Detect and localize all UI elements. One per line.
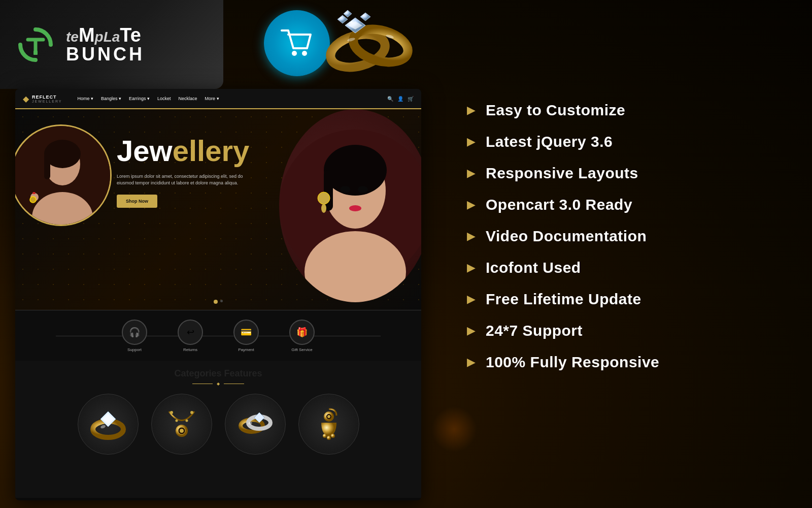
service-support-label: Support <box>127 347 142 352</box>
nav-items: Home ▾ Bangles ▾ Earrings ▾ Locket Neckl… <box>78 96 378 101</box>
service-support-circle: 🎧 <box>122 320 147 345</box>
arrow-icon: ▶ <box>467 135 476 148</box>
svg-point-38 <box>170 411 173 414</box>
arrow-icon: ▶ <box>467 167 476 180</box>
service-returns: ↩ Returns <box>178 320 203 352</box>
necklace-category-icon <box>159 401 205 447</box>
categories-grid <box>23 394 414 455</box>
category-earrings[interactable] <box>298 394 359 455</box>
category-necklace[interactable] <box>151 394 212 455</box>
store-logo-icon: ◆ <box>23 94 29 104</box>
cart-nav-icon[interactable]: 🛒 <box>408 96 414 102</box>
arrow-icon: ▶ <box>467 293 476 306</box>
feature-jquery: ▶ Latest jQuery 3.6 <box>467 133 782 150</box>
services-line <box>56 336 381 336</box>
ring-category-icon <box>85 401 131 447</box>
shopping-cart-icon <box>279 25 315 61</box>
preview-navbar: ◆ REFLECT JEWELLERY Home ▾ Bangles ▾ Ear… <box>15 89 421 109</box>
search-icon[interactable]: 🔍 <box>387 96 393 102</box>
header-bar: teMpLaTe BUNCH <box>0 0 223 89</box>
svg-point-41 <box>190 411 193 414</box>
svg-rect-16 <box>44 154 50 179</box>
nav-necklace[interactable]: Necklace <box>179 96 197 101</box>
svg-point-2 <box>302 51 307 56</box>
svg-point-39 <box>175 420 178 422</box>
nav-bangles[interactable]: Bangles ▾ <box>101 96 121 101</box>
nav-home[interactable]: Home ▾ <box>78 96 94 101</box>
preview-store-logo: ◆ REFLECT JEWELLERY <box>23 94 62 104</box>
categories-section: Categories Features ◆ <box>15 361 421 498</box>
hero-description: Lorem ipsum dolor sit amet, consectetur … <box>117 173 259 187</box>
svg-marker-8 <box>360 13 370 21</box>
service-returns-circle: ↩ <box>178 320 203 345</box>
arrow-icon: ▶ <box>467 198 476 211</box>
arrow-icon: ▶ <box>467 230 476 243</box>
feature-lifetime-text: Free Lifetime Update <box>486 291 641 308</box>
brand-bunch-text: BUNCH <box>66 44 145 65</box>
gift-icon: 🎁 <box>296 327 308 338</box>
svg-point-26 <box>318 192 330 204</box>
user-icon[interactable]: 👤 <box>397 96 403 102</box>
svg-point-30 <box>358 186 368 193</box>
carousel-dots <box>214 300 223 304</box>
service-payment-label: Payment <box>238 347 254 352</box>
svg-rect-0 <box>33 51 38 55</box>
headset-icon: 🎧 <box>129 327 140 338</box>
svg-point-28 <box>349 205 361 211</box>
feature-responsive: ▶ Responsive Layouts <box>467 165 782 182</box>
feature-video: ▶ Video Documentation <box>467 228 782 245</box>
payment-icon: 💳 <box>241 327 252 338</box>
svg-marker-7 <box>337 15 348 23</box>
divider-line-right <box>224 384 244 384</box>
service-payment: 💳 Payment <box>233 320 259 352</box>
right-panel: ▶ Easy to Customize ▶ Latest jQuery 3.6 … <box>426 0 812 508</box>
feature-fullresponsive: ▶ 100% Fully Responsive <box>467 354 782 371</box>
templatebunch-logo-icon <box>15 24 56 65</box>
service-support: 🎧 Support <box>122 320 147 352</box>
svg-point-29 <box>340 186 350 193</box>
svg-point-20 <box>30 197 36 203</box>
arrow-icon: ▶ <box>467 261 476 274</box>
nav-earrings[interactable]: Earrings ▾ <box>129 96 150 101</box>
returns-icon: ↩ <box>187 327 194 338</box>
features-list: ▶ Easy to Customize ▶ Latest jQuery 3.6 … <box>467 102 782 371</box>
feature-support: ▶ 24*7 Support <box>467 322 782 339</box>
arrow-icon: ▶ <box>467 324 476 337</box>
ring-decoration <box>315 5 421 89</box>
category-bangles[interactable] <box>225 394 286 455</box>
nav-icon-group: 🔍 👤 🛒 <box>387 96 414 102</box>
svg-point-34 <box>100 424 106 429</box>
jewelry-ring-decoration-icon <box>315 5 421 89</box>
svg-point-1 <box>292 51 297 56</box>
arrow-icon: ▶ <box>467 356 476 369</box>
dot-inactive-1[interactable] <box>220 300 223 302</box>
website-preview-frame: ◆ REFLECT JEWELLERY Home ▾ Bangles ▾ Ear… <box>15 89 421 500</box>
svg-point-27 <box>321 204 326 213</box>
svg-marker-9 <box>344 10 352 17</box>
svg-point-49 <box>331 434 335 438</box>
service-payment-circle: 💳 <box>233 320 259 345</box>
earring-category-icon <box>306 401 352 447</box>
nav-locket[interactable]: Locket <box>157 96 171 101</box>
category-ring[interactable] <box>78 394 139 455</box>
hero-content: Jewellery Lorem ipsum dolor sit amet, co… <box>117 135 310 208</box>
svg-point-37 <box>180 429 184 433</box>
nav-more[interactable]: More ▾ <box>205 96 219 101</box>
feature-opencart-text: Opencart 3.0 Ready <box>486 196 632 213</box>
divider-diamond-icon: ◆ <box>217 382 220 386</box>
service-gift: 🎁 Gift Service <box>289 320 315 352</box>
svg-point-19 <box>32 192 36 194</box>
bangles-category-icon <box>232 401 278 447</box>
shop-now-button[interactable]: Shop Now <box>117 195 157 208</box>
svg-point-40 <box>185 420 188 422</box>
arrow-icon: ▶ <box>467 104 476 117</box>
dot-active[interactable] <box>214 300 218 304</box>
feature-jquery-text: Latest jQuery 3.6 <box>486 133 613 150</box>
left-panel: teMpLaTe BUNCH <box>0 0 426 508</box>
feature-icofont: ▶ Icofont Used <box>467 259 782 276</box>
brand-name-container: teMpLaTe BUNCH <box>66 24 145 65</box>
feature-responsive-text: Responsive Layouts <box>486 165 638 182</box>
categories-title: Categories Features <box>23 368 414 379</box>
svg-point-24 <box>324 145 387 196</box>
services-bar: 🎧 Support ↩ Returns 💳 Payment 🎁 <box>15 310 421 361</box>
